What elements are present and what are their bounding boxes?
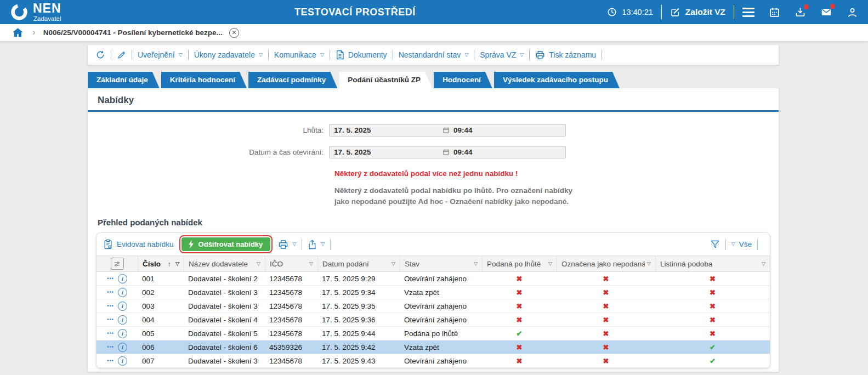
calendar-icon[interactable] xyxy=(769,7,780,18)
row-menu-icon[interactable]: ••• xyxy=(107,289,114,295)
opening-time-value[interactable]: 09:44 xyxy=(453,148,473,156)
column-header-po-lhute[interactable]: Podaná po lhůtě ▽ xyxy=(482,256,557,271)
mail-icon[interactable] xyxy=(820,6,832,18)
tab-podani-ucastniku-zp[interactable]: Podání účastníků ZP xyxy=(339,72,432,88)
info-icon[interactable]: i xyxy=(118,329,127,338)
app-header: NEN Zadavatel TESTOVACÍ PROSTŘEDÍ 13:40:… xyxy=(0,0,868,24)
cell-ico: 12345678 xyxy=(265,286,317,299)
calendar-small-icon[interactable] xyxy=(442,149,450,156)
column-header-datum[interactable]: Datum podání ▽ xyxy=(317,256,400,271)
row-menu-icon[interactable]: ••• xyxy=(107,344,114,350)
menu-sprava-vz[interactable]: Správa VZ▽ xyxy=(480,50,524,59)
tab-vysledek-zadavaciho-postupu[interactable]: Výsledek zadávacího postupu xyxy=(494,72,620,88)
cell-ico: 12345678 xyxy=(265,272,317,285)
user-icon[interactable] xyxy=(847,7,858,18)
row-menu-icon[interactable]: ••• xyxy=(107,358,114,363)
menu-uverejneni[interactable]: Uveřejnění▽ xyxy=(138,50,183,59)
opening-field[interactable]: 17. 5. 2025 09:44 xyxy=(329,146,566,158)
info-icon[interactable]: i xyxy=(118,274,127,283)
header-divider xyxy=(661,5,662,19)
close-tab-icon[interactable]: ✕ xyxy=(229,28,239,38)
menu-tisk-zaznamu[interactable]: Tisk záznamu xyxy=(535,50,596,60)
info-icon[interactable]: i xyxy=(118,315,127,325)
info-icon[interactable]: i xyxy=(118,356,127,366)
row-menu-icon[interactable]: ••• xyxy=(107,317,114,322)
info-icon[interactable]: i xyxy=(118,288,127,297)
register-offer-button[interactable]: Evidovat nabídku xyxy=(103,239,174,249)
cross-icon: ✖ xyxy=(603,288,609,297)
table-row[interactable]: ••• i 004 Dodavatel - školení 4 12345678… xyxy=(97,313,770,327)
filter-caret-icon[interactable]: ▽ xyxy=(309,261,313,266)
opening-date-value[interactable]: 17. 5. 2025 xyxy=(330,148,439,156)
cell-datum: 17. 5. 2025 9:29 xyxy=(317,272,400,285)
table-row[interactable]: ••• i 003 Dodavatel - školení 3 12345678… xyxy=(97,299,770,313)
print-table-button[interactable]: ▽ xyxy=(278,240,296,249)
late-offer-note: Některý z dodavatelů podal nabídku po lh… xyxy=(334,185,572,207)
cross-icon: ✖ xyxy=(603,357,609,365)
table-row[interactable]: ••• i 007 Dodavatel - školení 3 12345678… xyxy=(97,354,770,368)
cell-listinna: ✖ xyxy=(655,272,770,285)
column-header-nepodana[interactable]: Označena jako nepodaná ▽ xyxy=(557,256,655,271)
breadcrumb-item[interactable]: N006/25/V00004741 - Posílení kybernetick… xyxy=(43,29,223,37)
table-row[interactable]: ••• i 001 Dodavatel - školení 2 12345678… xyxy=(97,272,770,286)
cell-datum: 17. 5. 2025 9:35 xyxy=(317,299,400,312)
nen-logo[interactable]: NEN Zadavatel xyxy=(10,2,61,22)
info-icon[interactable]: i xyxy=(118,302,127,311)
filter-icon[interactable] xyxy=(710,240,720,249)
tab-hodnoceni[interactable]: Hodnocení xyxy=(434,72,492,88)
create-vz-button[interactable]: Založit VZ xyxy=(670,7,725,18)
downloads-icon[interactable] xyxy=(795,7,806,18)
column-header-stav[interactable]: Stav ▽ xyxy=(400,256,482,271)
cross-icon: ✖ xyxy=(710,302,716,310)
lightning-icon xyxy=(188,240,195,248)
export-button[interactable]: ▽ xyxy=(308,240,325,249)
filter-caret-icon[interactable]: ▽ xyxy=(474,261,478,266)
filter-caret-icon[interactable]: ▽ xyxy=(647,261,651,266)
filter-caret-icon[interactable]: ▽ xyxy=(762,261,765,266)
column-header-cislo[interactable]: Číslo ↑ ▽ xyxy=(138,256,184,271)
cell-nepodana: ✖ xyxy=(557,299,655,312)
cell-po-lhute: ✖ xyxy=(482,272,557,285)
cell-stav: Otevírání zahájeno xyxy=(400,354,482,367)
home-icon[interactable] xyxy=(12,27,24,38)
row-menu-icon[interactable]: ••• xyxy=(107,276,114,281)
cell-listinna: ✔ xyxy=(655,340,770,354)
cell-listinna: ✖ xyxy=(655,286,770,299)
column-settings-icon[interactable] xyxy=(111,258,124,270)
decrypt-offers-button[interactable]: Odšifrovat nabídky xyxy=(181,237,271,251)
filter-all-dropdown[interactable]: ▽ Vše xyxy=(731,240,752,248)
deadline-field[interactable]: 17. 5. 2025 09:44 xyxy=(329,124,566,137)
menu-nestandardni-stav[interactable]: Nestandardní stav▽ xyxy=(399,50,469,59)
tab-kriteria-hodnoceni[interactable]: Kritéria hodnocení xyxy=(161,72,247,88)
filter-caret-icon[interactable]: ▽ xyxy=(392,261,395,266)
calendar-small-icon[interactable] xyxy=(442,127,450,134)
cell-listinna: ✔ xyxy=(655,354,770,367)
check-icon: ✔ xyxy=(710,343,716,351)
column-header-nazev[interactable]: Název dodavatele ▽ xyxy=(184,256,265,271)
filter-caret-icon[interactable]: ▽ xyxy=(175,261,179,266)
row-menu-icon[interactable]: ••• xyxy=(107,331,114,336)
menu-icon[interactable] xyxy=(742,5,754,19)
edit-icon[interactable] xyxy=(117,50,126,60)
tab-zakladni-udaje[interactable]: Základní údaje xyxy=(88,72,160,88)
row-menu-icon[interactable]: ••• xyxy=(107,303,114,309)
menu-dokumenty[interactable]: Dokumenty xyxy=(336,50,387,60)
column-header-listinna[interactable]: Listinná podoba ▽ xyxy=(655,256,770,271)
deadline-date-value[interactable]: 17. 5. 2025 xyxy=(330,126,439,134)
cell-nazev: Dodavatel - školení 6 xyxy=(184,340,265,354)
filter-caret-icon[interactable]: ▽ xyxy=(548,261,552,266)
column-header-ico[interactable]: IČO ▽ xyxy=(265,256,317,271)
deadline-label: Lhůta: xyxy=(88,126,329,134)
tab-content-panel: Nabídky Lhůta: 17. 5. 2025 09:44 Datum a… xyxy=(88,88,779,372)
table-row[interactable]: ••• i 002 Dodavatel - školení 3 12345678… xyxy=(97,286,770,299)
refresh-icon[interactable] xyxy=(95,50,105,60)
info-icon[interactable]: i xyxy=(118,343,127,352)
menu-komunikace[interactable]: Komunikace▽ xyxy=(274,50,324,59)
menu-ukony-zadavatele[interactable]: Úkony zadavatele▽ xyxy=(194,50,263,59)
table-row[interactable]: ••• i 005 Dodavatel - školení 5 12345678… xyxy=(97,327,770,340)
filter-caret-icon[interactable]: ▽ xyxy=(257,261,260,266)
deadline-time-value[interactable]: 09:44 xyxy=(453,126,473,134)
clock-icon xyxy=(607,7,617,17)
table-row[interactable]: ••• i 006 Dodavatel - školení 6 45359326… xyxy=(97,340,770,354)
tab-zadavaci-podminky[interactable]: Zadávací podmínky xyxy=(248,72,337,88)
